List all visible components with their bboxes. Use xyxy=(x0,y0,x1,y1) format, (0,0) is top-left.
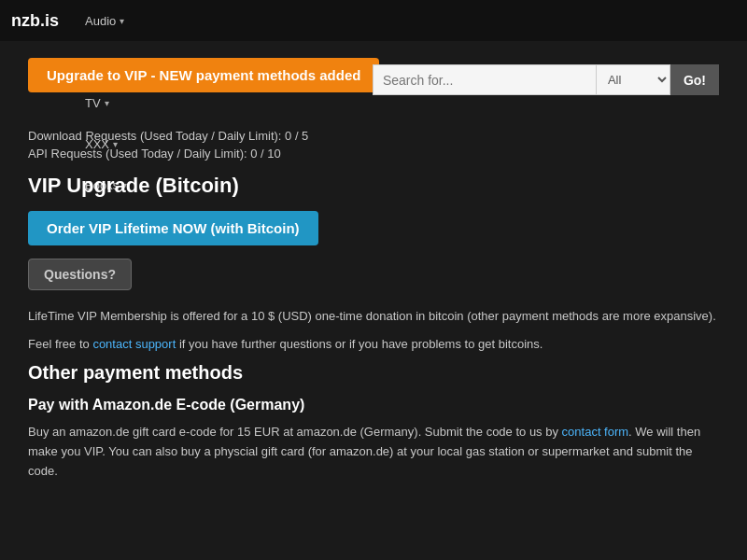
vip-info-2-prefix: Feel free to xyxy=(28,337,92,351)
main-content: Upgrade to VIP - NEW payment methods add… xyxy=(0,41,747,497)
contact-support-link[interactable]: contact support xyxy=(92,337,176,351)
search-go-button[interactable]: Go! xyxy=(670,64,719,95)
amazon-payment-text: Buy an amazon.de gift card e-code for 15… xyxy=(28,423,719,481)
vip-order-button[interactable]: Order VIP Lifetime NOW (with Bitcoin) xyxy=(28,211,318,245)
vip-heading: VIP Upgrade (Bitcoin) xyxy=(28,174,719,198)
questions-button[interactable]: Questions? xyxy=(28,259,132,290)
api-requests-stat: API Requests (Used Today / Daily Limit):… xyxy=(28,147,719,161)
contact-form-link[interactable]: contact form xyxy=(562,425,629,439)
download-requests-stat: Download Requests (Used Today / Daily Li… xyxy=(28,129,719,143)
vip-info-1: LifeTime VIP Membership is offered for a… xyxy=(28,307,719,326)
amazon-text-prefix: Buy an amazon.de gift card e-code for 15… xyxy=(28,425,562,439)
vip-info-2-suffix: if you have further questions or if you … xyxy=(176,337,543,351)
nav-item-audio[interactable]: Audio ▾ xyxy=(76,0,148,41)
upgrade-banner-button[interactable]: Upgrade to VIP - NEW payment methods add… xyxy=(28,58,379,92)
other-payments-heading: Other payment methods xyxy=(28,362,719,384)
vip-info-2: Feel free to contact support if you have… xyxy=(28,335,719,354)
site-logo[interactable]: nzb.is xyxy=(11,11,59,31)
chevron-down-icon: ▾ xyxy=(120,16,124,26)
search-input[interactable] xyxy=(373,64,597,95)
search-category-select[interactable]: All Movies Audio PC TV XXX Books xyxy=(597,64,670,95)
amazon-payment-heading: Pay with Amazon.de E-code (Germany) xyxy=(28,397,719,413)
navbar: nzb.is Exp ▾My ▾Console ▾Movies ▾Audio ▾… xyxy=(0,0,747,41)
other-payments-section: Other payment methods Pay with Amazon.de… xyxy=(28,362,719,481)
